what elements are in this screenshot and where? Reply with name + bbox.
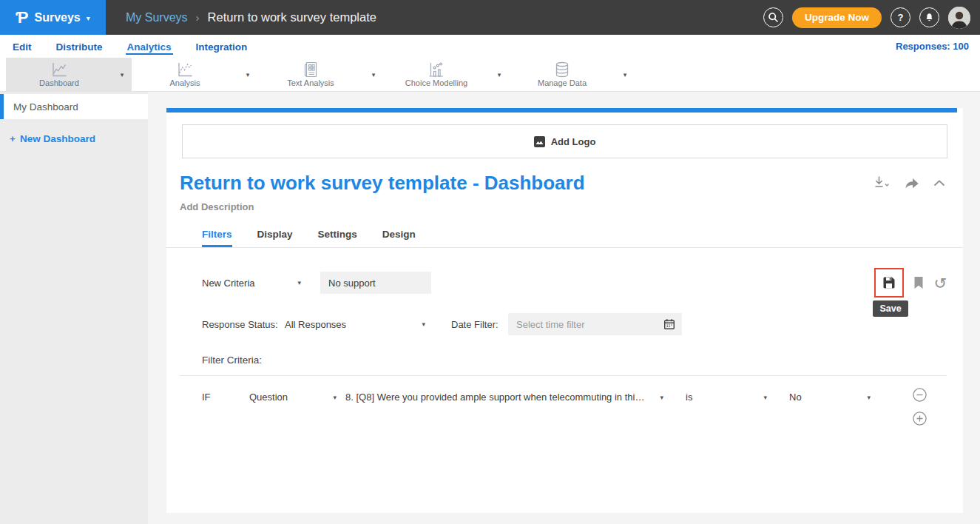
minus-circle-icon <box>913 388 927 402</box>
toolbar-choice-modelling[interactable]: Choice Modelling ▾ <box>383 58 509 91</box>
database-icon <box>553 61 571 78</box>
nav-tab-integration[interactable]: Integration <box>195 38 249 55</box>
reset-icon: ↺ <box>933 275 947 291</box>
plus-icon: + <box>10 133 16 144</box>
nav-tab-edit[interactable]: Edit <box>11 38 33 55</box>
tab-filters[interactable]: Filters <box>202 229 232 247</box>
response-status-label: Response Status: <box>202 319 285 330</box>
surveys-product-menu[interactable]: Ƥ Surveys ▾ <box>0 0 106 35</box>
criteria-name-dropdown[interactable]: New Criteria ▾ <box>202 278 301 289</box>
top-header: Ƥ Surveys ▾ My Surveys › Return to work … <box>0 0 980 35</box>
chevron-down-icon[interactable]: ▾ <box>238 58 257 91</box>
chevron-down-icon: ▾ <box>297 279 301 286</box>
reset-filter-button[interactable]: ↺ <box>933 275 947 291</box>
new-dashboard-label: New Dashboard <box>20 133 95 144</box>
response-status-dropdown[interactable]: All Responses ▾ <box>285 319 425 330</box>
tab-settings[interactable]: Settings <box>318 229 357 247</box>
toolbar-analysis[interactable]: Analysis ▾ <box>132 58 257 91</box>
header-actions: Upgrade Now ? <box>763 7 970 29</box>
criteria-text-input[interactable] <box>320 272 431 294</box>
toolbar-dashboard[interactable]: Dashboard ▾ <box>6 58 132 91</box>
toolbar-dashboard-label: Dashboard <box>39 78 79 87</box>
search-icon <box>768 12 779 23</box>
chevron-up-icon <box>933 180 945 187</box>
calendar-icon[interactable] <box>663 318 675 332</box>
filter-criteria-label: Filter Criteria: <box>202 355 262 366</box>
dashboard-actions <box>873 176 945 190</box>
image-icon <box>534 136 545 147</box>
dashboard-title[interactable]: Return to work survey template - Dashboa… <box>180 172 585 195</box>
add-logo-button[interactable]: Add Logo <box>182 124 947 158</box>
dashboard-sidebar: My Dashboard + New Dashboard <box>0 92 148 524</box>
breadcrumb-current-page: Return to work survey template <box>208 10 376 24</box>
help-button[interactable]: ? <box>891 7 910 27</box>
bookmark-filter-button[interactable] <box>913 276 924 289</box>
chevron-down-icon[interactable]: ▾ <box>364 58 383 91</box>
app-window: Ƥ Surveys ▾ My Surveys › Return to work … <box>0 0 980 524</box>
filter-actions: Save ↺ <box>874 268 947 298</box>
chevron-down-icon: ▾ <box>763 394 767 401</box>
date-filter-input[interactable] <box>508 313 682 335</box>
filter-criteria-row: IF Question ▾ 8. [Q8] Were you provided … <box>202 388 947 437</box>
chevron-down-icon: ▾ <box>422 320 425 328</box>
breadcrumb: My Surveys › Return to work survey templ… <box>126 10 376 24</box>
bell-icon <box>924 12 935 23</box>
questionpro-logo-icon: Ƥ <box>16 10 28 26</box>
analytics-toolbar: Dashboard ▾ Analysis ▾ <box>0 58 980 92</box>
tab-design[interactable]: Design <box>382 229 416 247</box>
toolbar-text-analysis[interactable]: Text Analysis ▾ <box>257 58 383 91</box>
share-button[interactable] <box>905 177 919 189</box>
collapse-button[interactable] <box>933 180 945 187</box>
upgrade-now-button[interactable]: Upgrade Now <box>792 7 882 28</box>
chevron-down-icon[interactable]: ▾ <box>112 58 132 91</box>
analysis-chart-icon <box>176 61 194 78</box>
new-dashboard-button[interactable]: + New Dashboard <box>0 133 148 144</box>
sidebar-item-label: My Dashboard <box>13 101 78 112</box>
user-avatar[interactable] <box>948 7 970 29</box>
chevron-down-icon[interactable]: ▾ <box>615 58 635 91</box>
toolbar-analysis-label: Analysis <box>170 78 200 87</box>
chevron-down-icon: ▾ <box>867 394 871 401</box>
tab-display[interactable]: Display <box>257 229 293 247</box>
nav-tab-analytics[interactable]: Analytics <box>126 38 173 55</box>
breadcrumb-my-surveys[interactable]: My Surveys <box>126 11 188 24</box>
criteria-row-actions <box>913 388 927 426</box>
chevron-down-icon: ▾ <box>660 394 663 401</box>
add-criteria-button[interactable] <box>913 412 927 426</box>
sidebar-item-my-dashboard[interactable]: My Dashboard <box>0 94 148 119</box>
chevron-down-icon: ▾ <box>333 394 337 401</box>
criteria-type-dropdown[interactable]: Question ▾ <box>249 392 337 403</box>
operator-value: is <box>686 392 692 403</box>
add-description-field[interactable]: Add Description <box>180 201 963 212</box>
divider <box>180 375 947 376</box>
card-accent-bar <box>166 108 957 112</box>
page-body: My Dashboard + New Dashboard Add Logo R <box>0 92 980 524</box>
text-analysis-icon <box>302 61 320 78</box>
date-filter-label: Date Filter: <box>451 319 508 330</box>
question-mark-icon: ? <box>898 12 904 23</box>
line-chart-icon <box>50 61 68 78</box>
response-status-value: All Responses <box>285 319 346 330</box>
question-dropdown[interactable]: 8. [Q8] Were you provided ample support … <box>345 392 663 403</box>
survey-nav-items: Edit Distribute Analytics Integration <box>11 38 249 55</box>
notifications-button[interactable] <box>919 7 939 27</box>
share-icon <box>905 177 919 189</box>
settings-tabs: Filters Display Settings Design <box>166 229 963 248</box>
toolbar-choice-modelling-label: Choice Modelling <box>405 78 467 87</box>
criteria-type-value: Question <box>249 392 288 403</box>
save-filter-button[interactable] <box>874 268 904 298</box>
toolbar-manage-data-label: Manage Data <box>538 78 587 87</box>
operator-dropdown[interactable]: is ▾ <box>686 392 767 403</box>
criteria-name-value: New Criteria <box>202 278 255 289</box>
responses-count[interactable]: Responses: 100 <box>896 41 969 52</box>
toolbar-text-analysis-label: Text Analysis <box>287 78 334 87</box>
remove-criteria-button[interactable] <box>913 388 927 402</box>
toolbar-manage-data[interactable]: Manage Data ▾ <box>509 58 635 91</box>
search-button[interactable] <box>763 7 783 27</box>
nav-tab-distribute[interactable]: Distribute <box>55 38 104 55</box>
answer-value-dropdown[interactable]: No ▾ <box>789 392 871 403</box>
question-value: 8. [Q8] Were you provided ample support … <box>345 392 645 403</box>
save-tooltip: Save <box>873 300 908 317</box>
download-button[interactable] <box>873 176 891 190</box>
chevron-down-icon[interactable]: ▾ <box>490 58 509 91</box>
